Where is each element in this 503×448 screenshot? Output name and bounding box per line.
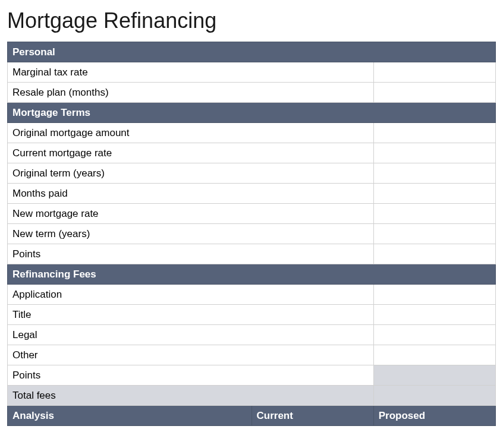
row-value[interactable] [373,224,495,244]
table-row: Marginal tax rate [8,62,496,83]
row-label: Original mortgage amount [8,123,374,143]
table-row: Points [8,244,496,264]
row-label: Points [8,365,374,386]
table-row: Current mortgage rate [8,143,496,163]
row-value[interactable] [373,184,495,204]
analysis-col-proposed: Proposed [373,406,495,426]
table-row: Legal [8,325,496,345]
row-label: Legal [8,325,374,345]
row-value[interactable] [373,123,495,143]
row-value[interactable] [373,62,495,83]
table-row: Points [8,365,496,386]
table-row-total: Total fees [8,386,496,406]
row-value[interactable] [373,285,495,305]
row-label: Resale plan (months) [8,83,374,103]
row-label: New term (years) [8,224,374,244]
analysis-label: Analysis [8,406,252,426]
row-label: Total fees [8,386,374,406]
table-row: Title [8,305,496,325]
table-row: Months paid [8,184,496,204]
section-header-personal: Personal [8,42,496,62]
table-row: Other [8,345,496,365]
row-label: Current mortgage rate [8,143,374,163]
row-value[interactable] [373,163,495,184]
row-label: Title [8,305,374,325]
row-value[interactable] [373,204,495,224]
table-row: New mortgage rate [8,204,496,224]
row-label: New mortgage rate [8,204,374,224]
table-row: Application [8,285,496,305]
row-value[interactable] [373,305,495,325]
row-value[interactable] [373,325,495,345]
row-value[interactable] [373,244,495,264]
row-label: Points [8,244,374,264]
refinancing-table: Personal Marginal tax rate Resale plan (… [7,42,496,426]
section-header-mortgage-terms: Mortgage Terms [8,103,496,123]
analysis-col-current: Current [252,406,373,426]
section-header-label: Refinancing Fees [8,264,496,285]
row-value[interactable] [373,143,495,163]
row-label: Original term (years) [8,163,374,184]
section-header-label: Personal [8,42,496,62]
section-header-refinancing-fees: Refinancing Fees [8,264,496,285]
row-value [373,386,495,406]
row-value [373,365,495,386]
row-value[interactable] [373,83,495,103]
row-label: Months paid [8,184,374,204]
page-title: Mortgage Refinancing [7,8,496,33]
section-header-label: Mortgage Terms [8,103,496,123]
table-row: Original mortgage amount [8,123,496,143]
row-label: Other [8,345,374,365]
table-row: Resale plan (months) [8,83,496,103]
table-row: Original term (years) [8,163,496,184]
section-header-analysis: Analysis Current Proposed [8,406,496,426]
row-value[interactable] [373,345,495,365]
row-label: Application [8,285,374,305]
table-row: New term (years) [8,224,496,244]
row-label: Marginal tax rate [8,62,374,83]
